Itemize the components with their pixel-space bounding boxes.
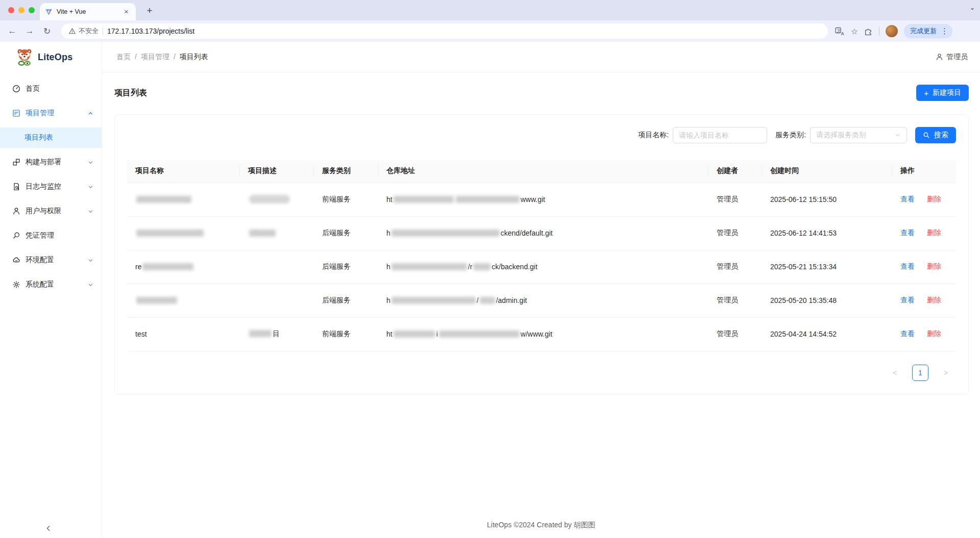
view-link[interactable]: 查看 bbox=[900, 329, 915, 338]
delete-link[interactable]: 删除 bbox=[927, 262, 941, 270]
tab-search-chevron-icon[interactable]: ⌄ bbox=[970, 4, 975, 11]
sidebar-collapse-button[interactable] bbox=[45, 525, 52, 532]
profile-avatar[interactable] bbox=[886, 25, 898, 37]
url-separator bbox=[103, 27, 103, 35]
cell-project-name: re bbox=[127, 250, 240, 284]
sidebar-item-system[interactable]: 系统配置 bbox=[0, 274, 102, 295]
projects-table: 项目名称项目描述服务类别仓库地址创建者创建时间操作 前端服务htwww.git管… bbox=[127, 160, 956, 351]
cell-project-name: test bbox=[127, 317, 240, 351]
page-title: 项目列表 bbox=[114, 88, 147, 98]
delete-link[interactable]: 删除 bbox=[927, 329, 941, 338]
back-icon[interactable]: ← bbox=[5, 24, 19, 38]
redacted-text bbox=[136, 297, 177, 304]
browser-chrome: Vite + Vue ✕ + ⌄ ← → ↻ 不安全 172.17.103.17… bbox=[0, 0, 980, 42]
reload-icon[interactable]: ↻ bbox=[40, 24, 54, 38]
sidebar-item-users-permissions[interactable]: 用户与权限 bbox=[0, 201, 102, 221]
sidebar-item-label: 项目列表 bbox=[24, 133, 53, 142]
sidebar-item-project-list[interactable]: 项目列表 bbox=[0, 127, 102, 148]
redacted-text bbox=[249, 195, 290, 203]
breadcrumb-item: 项目列表 bbox=[180, 53, 208, 62]
cell-service-type: 前端服务 bbox=[314, 317, 378, 351]
sidebar-item-logs-monitoring[interactable]: 日志与监控 bbox=[0, 176, 102, 197]
cell-creator: 管理员 bbox=[708, 284, 762, 317]
sidebar-item-project-management[interactable]: 项目管理 bbox=[0, 103, 102, 123]
redacted-text bbox=[394, 330, 435, 338]
view-link[interactable]: 查看 bbox=[900, 296, 915, 304]
name-filter-label: 项目名称: bbox=[638, 131, 669, 140]
cell-text: i bbox=[436, 330, 438, 338]
next-page-icon[interactable]: > bbox=[938, 365, 954, 381]
redacted-text bbox=[456, 196, 520, 203]
cell-repo-url: htiw/www.git bbox=[378, 317, 708, 351]
search-button[interactable]: 搜索 bbox=[915, 127, 956, 143]
breadcrumb-item[interactable]: 首页 bbox=[116, 53, 131, 62]
sidebar-item-environment[interactable]: 环境配置 bbox=[0, 250, 102, 270]
sidebar-item-label: 用户与权限 bbox=[26, 207, 83, 216]
minimize-window-button[interactable] bbox=[18, 7, 24, 13]
cell-project-description: 目 bbox=[240, 317, 314, 351]
sidebar-item-label: 环境配置 bbox=[26, 255, 83, 265]
filter-bar: 项目名称: 服务类别: 请选择服务类别 bbox=[127, 127, 956, 143]
security-chip[interactable]: 不安全 bbox=[68, 27, 99, 36]
browser-menu-icon[interactable]: ⋮ bbox=[941, 27, 948, 36]
user-menu[interactable]: 管理员 bbox=[936, 53, 968, 62]
page-number-button[interactable]: 1 bbox=[912, 365, 928, 381]
tab-title: Vite + Vue bbox=[57, 8, 118, 15]
cell-text: w/www.git bbox=[521, 330, 552, 338]
sidebar-item-build-deploy[interactable]: 构建与部署 bbox=[0, 152, 102, 172]
delete-link[interactable]: 删除 bbox=[927, 228, 941, 237]
bookmark-star-icon[interactable]: ☆ bbox=[851, 27, 858, 36]
extensions-icon[interactable] bbox=[864, 27, 873, 36]
browser-tab[interactable]: Vite + Vue ✕ bbox=[40, 3, 136, 20]
page-header: 首页/项目管理/项目列表 管理员 bbox=[102, 42, 980, 72]
cell-actions: 查看删除 bbox=[892, 183, 956, 216]
maximize-window-button[interactable] bbox=[29, 7, 35, 13]
cell-project-name bbox=[127, 284, 240, 317]
security-label: 不安全 bbox=[79, 27, 99, 36]
select-placeholder: 请选择服务类别 bbox=[816, 131, 866, 140]
cell-created-time: 2025-04-24 14:54:52 bbox=[762, 317, 892, 351]
view-link[interactable]: 查看 bbox=[900, 262, 915, 270]
chevron-down-icon bbox=[88, 160, 93, 165]
cell-actions: 查看删除 bbox=[892, 284, 956, 317]
sidebar-item-home[interactable]: 首页 bbox=[0, 79, 102, 99]
build-icon bbox=[12, 158, 20, 166]
column-header-4: 创建者 bbox=[708, 160, 762, 183]
url-text: 172.17.103.173/projects/list bbox=[107, 27, 194, 35]
window-controls bbox=[8, 7, 35, 13]
redacted-text bbox=[473, 263, 491, 270]
view-link[interactable]: 查看 bbox=[900, 195, 915, 203]
previous-page-icon[interactable]: < bbox=[887, 365, 903, 381]
tab-close-icon[interactable]: ✕ bbox=[122, 8, 131, 16]
sidebar-item-credentials[interactable]: 凭证管理 bbox=[0, 225, 102, 246]
project-name-input[interactable] bbox=[673, 127, 767, 143]
view-link[interactable]: 查看 bbox=[900, 228, 915, 237]
cell-service-type: 后端服务 bbox=[314, 216, 378, 250]
cell-text: / bbox=[477, 296, 479, 304]
delete-link[interactable]: 删除 bbox=[927, 296, 941, 304]
new-project-button[interactable]: + 新建项目 bbox=[916, 85, 969, 101]
close-window-button[interactable] bbox=[8, 7, 14, 13]
delete-link[interactable]: 删除 bbox=[927, 195, 941, 203]
search-icon bbox=[923, 132, 930, 139]
file-search-icon bbox=[12, 183, 20, 191]
url-bar[interactable]: 不安全 172.17.103.173/projects/list bbox=[61, 23, 828, 39]
cell-repo-url: hckend/default.git bbox=[378, 216, 708, 250]
sidebar-item-label: 首页 bbox=[26, 84, 93, 93]
table-row: re后端服务h/rck/backend.git管理员2025-05-21 15:… bbox=[127, 250, 956, 284]
redacted-text bbox=[391, 297, 476, 304]
cell-text: www.git bbox=[521, 195, 545, 203]
toolbar-divider bbox=[879, 27, 879, 36]
svg-text:文: 文 bbox=[837, 28, 841, 33]
chrome-update-button[interactable]: 完成更新 ⋮ bbox=[904, 24, 952, 38]
service-type-select[interactable]: 请选择服务类别 bbox=[810, 127, 907, 143]
column-header-6: 操作 bbox=[892, 160, 956, 183]
breadcrumb-item[interactable]: 项目管理 bbox=[141, 53, 169, 62]
column-header-2: 服务类别 bbox=[314, 160, 378, 183]
new-tab-button[interactable]: + bbox=[143, 4, 156, 17]
forward-icon[interactable]: → bbox=[22, 24, 37, 38]
translate-icon[interactable]: 文 A bbox=[835, 27, 845, 36]
sidebar-item-label: 构建与部署 bbox=[26, 158, 83, 167]
cell-text: ckend/default.git bbox=[501, 229, 553, 237]
cell-service-type: 前端服务 bbox=[314, 183, 378, 216]
